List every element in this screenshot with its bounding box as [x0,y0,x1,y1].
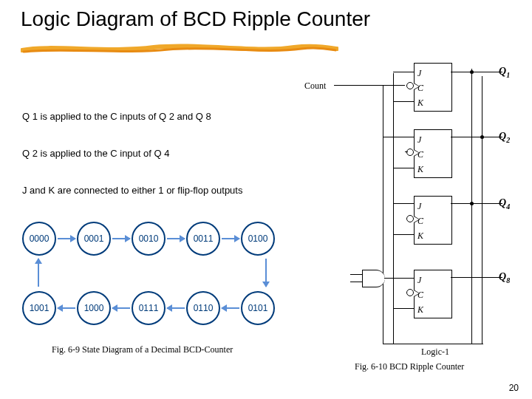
wire [393,308,414,309]
state-node: 1000 [77,291,111,325]
title-underline-icon [21,41,338,55]
flipflop-q2: J C K [414,129,452,178]
wire [393,168,414,168]
clock-edge-icon [414,83,420,90]
junction-dot-icon [470,202,474,205]
arrow-down-icon [265,259,267,287]
figure-caption-state: Fig. 6-9 State Diagram of a Decimal BCD-… [52,344,233,355]
clock-edge-icon [414,216,420,223]
state-node: 0110 [186,291,220,325]
wire [384,278,414,279]
wire [451,277,502,278]
count-label: Count [304,81,326,92]
ff-k-label: K [417,98,423,109]
junction-dot-icon [480,135,484,139]
arrow-left-icon [222,307,239,309]
arrow-right-icon [167,238,185,239]
junction-dot-icon [470,70,474,74]
state-node: 0101 [241,291,275,325]
state-diagram: 0000 0001 0010 0011 0100 1001 1000 0111 … [22,222,281,325]
wire [350,282,362,282]
and-gate-icon [362,270,385,287]
arrow-left-icon [167,307,185,309]
page-title: Logic Diagram of BCD Ripple Counter [21,7,370,31]
wire [471,151,472,152]
wire [471,69,472,344]
wire [383,85,383,344]
bubble-icon [406,82,414,89]
page-number: 20 [509,383,519,393]
bullet-q1: Q 1 is applied to the C inputs of Q 2 an… [22,111,211,122]
arrow-left-icon [112,307,130,309]
arrow-up-icon [38,259,39,287]
wire [405,151,408,152]
wire [451,72,502,72]
logic-1-label: Logic-1 [421,347,449,358]
figure-caption-circuit: Fig. 6-10 BCD Ripple Counter [355,361,464,372]
bubble-icon [406,149,414,156]
flipflop-q8: J C K [414,270,452,318]
output-q2-label: Q2 [499,131,510,144]
wire [393,72,414,72]
wire [393,73,394,344]
flipflop-q1: J C K [414,63,452,112]
bubble-icon [406,289,414,296]
arrow-left-icon [58,307,75,309]
ff-j-label: J [417,134,421,146]
ff-k-label: K [417,164,423,175]
wire [451,203,502,204]
output-q8-label: Q8 [499,271,510,284]
ff-j-label: J [417,275,421,286]
wire [393,234,414,235]
ff-j-label: J [417,68,421,79]
ff-k-label: K [417,304,423,316]
state-node: 0100 [241,222,275,256]
flipflop-q4: J C K [414,196,452,245]
bullet-jk: J and K are connected to either 1 or fli… [22,185,242,196]
arrow-right-icon [112,238,130,239]
wire [383,137,414,137]
wire [350,274,362,275]
arrow-right-icon [222,238,239,239]
state-node: 0000 [22,222,56,256]
clock-edge-icon [414,149,420,157]
state-node: 1001 [22,291,56,325]
state-node: 0011 [186,222,220,256]
wire [393,101,414,102]
wire [451,137,502,137]
output-q1-label: Q1 [499,66,510,79]
output-q4-label: Q4 [499,197,510,211]
state-node: 0111 [132,291,166,325]
wire [334,85,405,86]
ff-k-label: K [417,231,423,242]
state-node: 0001 [77,222,111,256]
state-node: 0010 [132,222,166,256]
bubble-icon [406,215,414,222]
ff-j-label: J [417,201,421,212]
wire [393,203,414,204]
wire [482,76,482,344]
bullet-q2: Q 2 is applied to the C input of Q 4 [22,148,169,159]
circuit-diagram: Count J C K Q1 J C K Q2 [310,63,517,366]
arrow-right-icon [58,238,75,239]
wire [383,344,483,344]
clock-edge-icon [414,290,420,297]
